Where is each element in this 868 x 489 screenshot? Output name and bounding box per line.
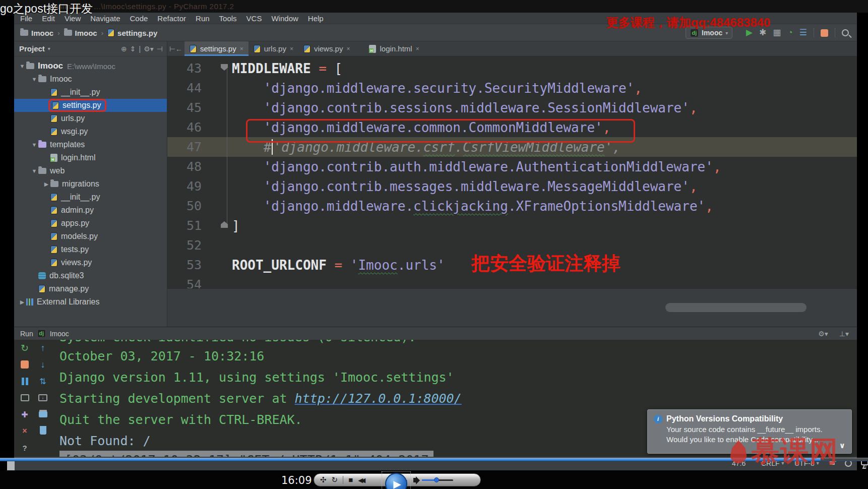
menu-item-refactor[interactable]: Refactor (157, 14, 186, 23)
menu-item-run[interactable]: Run (196, 14, 210, 23)
tree-item-views-py[interactable]: views.py (14, 256, 167, 269)
close-tab-icon[interactable]: × (416, 45, 419, 52)
project-panel-title: Project (19, 44, 45, 53)
hide-panel-icon[interactable]: ⊣ (157, 45, 163, 53)
code-line-44[interactable]: 44 'django.middleware.security.SecurityM… (167, 78, 857, 98)
tree-item-wsgi-py[interactable]: wsgi.py (14, 125, 167, 138)
code-line-51[interactable]: 51] (167, 216, 857, 235)
prev-output-icon[interactable]: ↑ (38, 343, 48, 353)
stop-button[interactable] (821, 29, 828, 37)
tree-item-manage-py[interactable]: manage.py (14, 282, 167, 295)
stop-playback-icon[interactable]: ■ (348, 473, 353, 486)
close-tab-icon[interactable]: × (240, 45, 243, 52)
tab-settings-py[interactable]: settings.py× (184, 41, 249, 56)
code-line-50[interactable]: 50 'django.middleware.clickjacking.XFram… (167, 196, 857, 216)
menu-item-help[interactable]: Help (308, 14, 324, 23)
menu-item-code[interactable]: Code (130, 14, 148, 23)
rewind-icon[interactable]: ◀◀ (358, 476, 365, 484)
code-token (232, 159, 264, 174)
expand-arrow-icon[interactable]: ▼ (18, 63, 26, 69)
chevron-down-icon[interactable]: ▾ (48, 46, 50, 51)
code-token (232, 100, 264, 115)
replay-icon[interactable]: ↻ (332, 473, 338, 486)
next-output-icon[interactable]: ↓ (38, 359, 48, 370)
django-icon: dj (37, 329, 46, 338)
soft-wrap-icon[interactable]: ↓ (38, 394, 47, 401)
scroll-source-icon[interactable]: ⇕ (130, 45, 136, 53)
expand-arrow-icon[interactable]: ▼ (30, 168, 38, 174)
tree-item-label: web (50, 166, 65, 175)
close-tab-icon[interactable]: × (346, 45, 350, 52)
tree-item-web[interactable]: ▼web (14, 164, 167, 177)
tree-item-external-libraries[interactable]: ▶External Libraries (14, 295, 167, 309)
expand-arrow-icon[interactable]: ▼ (30, 76, 38, 82)
hide-run-panel-icon[interactable]: ⊥▾ (839, 330, 849, 338)
collapse-arrow-icon[interactable]: ▶ (18, 299, 26, 305)
help-icon[interactable]: ? (20, 443, 30, 453)
python-file-icon (107, 29, 114, 37)
rerun-icon[interactable]: ↻ (20, 343, 30, 353)
profiler-button[interactable]: ◔ (787, 26, 792, 39)
tree-item-urls-py[interactable]: urls.py (14, 112, 167, 125)
tab-urls-py[interactable]: urls.py× (249, 41, 298, 56)
expand-arrow-icon[interactable]: ▼ (30, 142, 38, 148)
tree-item-label: External Libraries (37, 297, 100, 307)
tab-views-py[interactable]: views.py× (298, 41, 355, 56)
breadcrumb-item[interactable]: settings.py (107, 29, 157, 37)
volume-icon[interactable] (413, 478, 417, 482)
volume-slider[interactable] (422, 479, 453, 481)
breadcrumb-item[interactable]: Imooc (20, 29, 53, 37)
code-line-48[interactable]: 48 'django.contrib.auth.middleware.Authe… (167, 157, 857, 176)
console-link[interactable]: http://127.0.0.1:8000/ (295, 391, 462, 406)
tree-item-settings-py[interactable]: settings.py (14, 99, 167, 112)
gear-icon[interactable]: ⚙▾ (144, 45, 154, 53)
search-everywhere-icon[interactable] (842, 29, 849, 36)
hide-tabs-icon[interactable]: ⊢← (167, 41, 184, 56)
tree-item-migrations[interactable]: ▶migrations (14, 177, 167, 191)
tree-item--init-py[interactable]: __init__.py (14, 86, 167, 99)
build-button[interactable]: ☰ (799, 26, 807, 39)
python-icon (50, 88, 57, 96)
print-icon[interactable] (39, 411, 47, 417)
collapse-arrow-icon[interactable]: ▶ (42, 181, 50, 188)
clear-console-icon[interactable] (40, 427, 46, 435)
tree-item-imooc[interactable]: ▼ImoocE:\www\Imooc (14, 59, 167, 73)
line-number: 47 (167, 140, 202, 154)
tab-login-html[interactable]: login.html× (364, 41, 424, 56)
close-icon[interactable]: × (20, 426, 30, 436)
code-line-54[interactable]: 54 (167, 275, 857, 288)
console-settings-icon[interactable]: ⇅ (38, 376, 48, 386)
show-console-icon[interactable] (21, 394, 29, 401)
close-tab-icon[interactable]: × (290, 45, 293, 52)
tree-item-templates[interactable]: ▼templates (14, 138, 167, 151)
menu-item-navigate[interactable]: Navigate (90, 14, 120, 23)
pause-output-icon[interactable] (20, 376, 30, 386)
tree-item-imooc[interactable]: ▼Imooc (14, 73, 167, 86)
tree-item-apps-py[interactable]: apps.py (14, 217, 167, 230)
tree-item-tests-py[interactable]: tests.py (14, 243, 167, 256)
coverage-button[interactable]: ▦ (773, 26, 781, 39)
stop-process-icon[interactable] (21, 360, 29, 369)
code-line-43[interactable]: 43MIDDLEWARE = [ (167, 58, 857, 78)
python-file-icon (303, 45, 311, 53)
line-number: 54 (167, 277, 202, 288)
run-settings-gear-icon[interactable]: ⚙▾ (818, 330, 828, 338)
tree-item-login-html[interactable]: login.html (14, 151, 167, 164)
expand-notification-icon[interactable]: ∨ (839, 441, 845, 450)
volume-slider-thumb[interactable] (434, 477, 439, 482)
tree-item-models-py[interactable]: models.py (14, 230, 167, 243)
menu-item-window[interactable]: Window (271, 14, 298, 23)
code-line-45[interactable]: 45 'django.contrib.sessions.middleware.S… (167, 98, 857, 117)
tree-item-db-sqlite3[interactable]: db.sqlite3 (14, 269, 167, 282)
tree-item-admin-py[interactable]: admin.py (14, 204, 167, 217)
console-text: [03/Oct/2017 10:32:17] "GET / HTTP/1.1" … (65, 453, 428, 457)
pin-tab-icon[interactable]: ✚ (20, 409, 30, 419)
breadcrumb-item[interactable]: Imooc (64, 29, 97, 37)
horizontal-scrollbar[interactable] (665, 303, 807, 312)
tree-item--init-py[interactable]: __init__.py (14, 191, 167, 204)
menu-item-tools[interactable]: Tools (219, 14, 237, 23)
code-token: ' (350, 258, 358, 273)
menu-item-vcs[interactable]: VCS (246, 14, 262, 23)
locate-file-icon[interactable]: ⊕ (121, 45, 127, 53)
code-line-49[interactable]: 49 'django.contrib.messages.middleware.M… (167, 176, 857, 196)
